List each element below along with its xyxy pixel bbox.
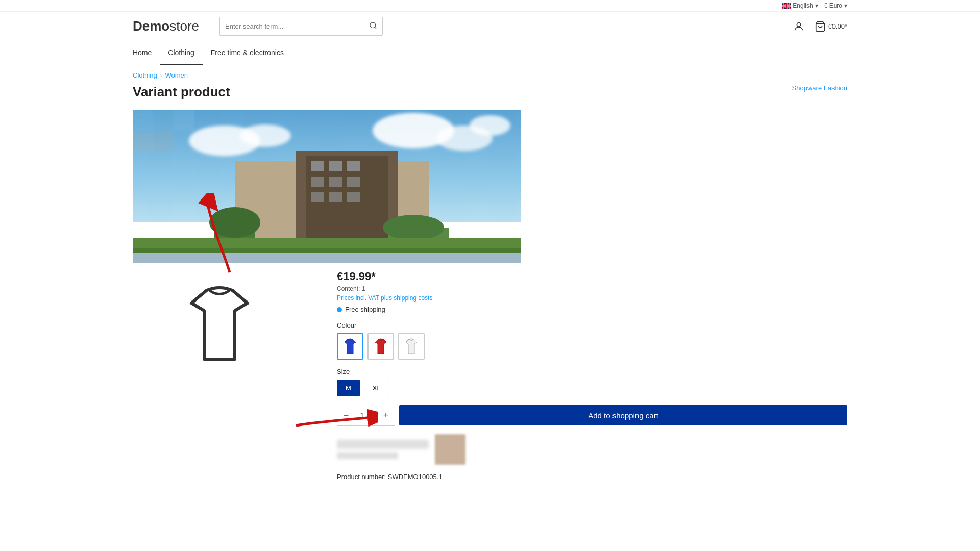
breadcrumb-clothing[interactable]: Clothing: [133, 71, 157, 79]
product-content-info: Content: 1: [337, 285, 847, 292]
account-icon: [793, 21, 804, 32]
breadcrumb: Clothing › Women: [0, 65, 980, 82]
size-btn-m[interactable]: M: [337, 380, 360, 396]
product-number-label: Product number:: [337, 473, 386, 481]
search-bar: [219, 17, 383, 36]
breadcrumb-separator: ›: [160, 72, 162, 79]
page-title: Variant product: [133, 84, 230, 100]
search-button[interactable]: [364, 17, 382, 35]
header-icons: €0.00*: [793, 21, 847, 32]
quantity-increase-button[interactable]: +: [377, 405, 395, 425]
breadcrumb-women[interactable]: Women: [165, 71, 188, 79]
svg-rect-30: [133, 110, 153, 131]
page-title-area: Variant product Shopware Fashion: [0, 82, 980, 110]
product-section: €19.99* Content: 1 Prices incl. VAT plus…: [0, 110, 980, 501]
product-main-image: [133, 110, 521, 263]
svg-rect-33: [133, 131, 153, 151]
search-input[interactable]: [220, 17, 364, 35]
logo-bold: Demo: [133, 18, 169, 34]
svg-point-1: [370, 22, 376, 28]
language-selector[interactable]: English ▾: [782, 2, 818, 9]
free-shipping-label: Free shipping: [345, 306, 385, 313]
size-options: M XL: [337, 380, 847, 396]
add-to-cart-button[interactable]: Add to shopping cart: [399, 405, 847, 425]
svg-point-2: [797, 22, 801, 26]
svg-rect-16: [347, 161, 360, 171]
size-btn-xl[interactable]: XL: [364, 380, 389, 396]
currency-selector[interactable]: € Euro ▾: [824, 2, 847, 9]
svg-rect-17: [311, 177, 324, 187]
nav-item-free-time[interactable]: Free time & electronics: [203, 41, 292, 65]
annotation-arrow-right: [286, 397, 378, 438]
product-left: [133, 265, 306, 387]
svg-rect-22: [347, 192, 360, 202]
colour-swatch-blue[interactable]: [337, 333, 363, 360]
blurred-image: [435, 434, 465, 465]
header: Demostore €0.00*: [0, 12, 980, 41]
svg-rect-29: [133, 253, 521, 263]
search-icon: [369, 21, 377, 30]
blurred-text-1: [337, 440, 429, 449]
svg-rect-32: [174, 110, 194, 131]
svg-rect-15: [329, 161, 342, 171]
product-number-value: SWDEMO10005.1: [388, 473, 443, 481]
cart-icon: [815, 21, 826, 32]
svg-point-9: [470, 115, 510, 136]
uk-flag-icon: [782, 3, 791, 9]
currency-label: € Euro: [824, 2, 842, 9]
size-label: Size: [337, 368, 847, 375]
svg-point-6: [240, 124, 291, 147]
annotation-arrow-up: [194, 193, 255, 275]
cart-button[interactable]: €0.00*: [815, 21, 847, 32]
product-number: Product number: SWDEMO10005.1: [337, 473, 847, 481]
free-shipping-dot: [337, 307, 342, 312]
logo-light: store: [169, 18, 199, 34]
product-detail-row: €19.99* Content: 1 Prices incl. VAT plus…: [133, 265, 847, 481]
svg-rect-20: [311, 192, 324, 202]
blurred-text-2: [337, 452, 398, 459]
svg-point-26: [383, 215, 444, 240]
blurred-product-info: [337, 434, 847, 465]
svg-rect-34: [153, 131, 174, 151]
product-info: €19.99* Content: 1 Prices incl. VAT plus…: [337, 265, 847, 481]
logo[interactable]: Demostore: [133, 18, 199, 34]
main-nav: Home Clothing Free time & electronics: [0, 41, 980, 65]
cart-price: €0.00*: [828, 22, 847, 30]
svg-rect-19: [347, 177, 360, 187]
colour-label: Colour: [337, 321, 847, 329]
shirt-red-icon: [371, 336, 391, 357]
free-shipping-badge: Free shipping: [337, 306, 847, 313]
shirt-blue-icon: [340, 336, 360, 357]
svg-rect-31: [153, 110, 174, 131]
colour-swatch-red[interactable]: [368, 333, 394, 360]
nav-item-clothing[interactable]: Clothing: [160, 41, 202, 65]
account-button[interactable]: [793, 21, 804, 32]
shirt-white-icon: [401, 336, 422, 357]
svg-rect-14: [311, 161, 324, 171]
colour-options: [337, 333, 847, 360]
manufacturer-link[interactable]: Shopware Fashion: [792, 84, 847, 92]
language-chevron-icon: ▾: [815, 2, 818, 9]
language-label: English: [793, 2, 813, 9]
nav-item-home[interactable]: Home: [133, 41, 160, 65]
top-bar: English ▾ € Euro ▾: [0, 0, 980, 12]
currency-chevron-icon: ▾: [844, 2, 847, 9]
product-thumbnail: [168, 275, 271, 377]
svg-rect-18: [329, 177, 342, 187]
svg-rect-21: [329, 192, 342, 202]
product-price: €19.99*: [337, 270, 847, 283]
colour-swatch-white[interactable]: [398, 333, 425, 360]
product-shipping-link[interactable]: Prices incl. VAT plus shipping costs: [337, 294, 847, 302]
add-to-cart-row: − + Add to shopping cart: [337, 405, 847, 426]
